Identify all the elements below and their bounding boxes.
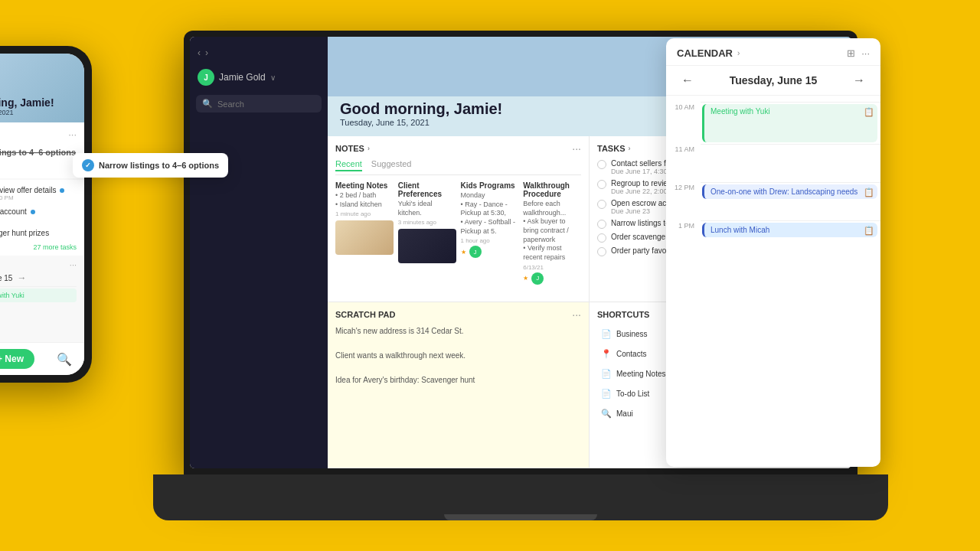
tooltip-check-icon: ✓ (82, 159, 94, 171)
tasks-chevron-icon[interactable]: › (628, 145, 630, 152)
hero-text: Good morning, Jamie! Tuesday, June 15, 2… (340, 100, 502, 127)
phone-cal-time-row: 10 AM Meeting with Yuki (0, 286, 77, 302)
phone-date: Tuesday, June 15, 2021 (0, 109, 54, 116)
sidebar-search[interactable]: 🔍 (196, 95, 322, 112)
scratch-content: Micah's new address is 314 Cedar St. Cli… (335, 325, 581, 386)
phone-task-item[interactable]: Regroup to review offer details Due June… (0, 183, 84, 204)
sidebar: ‹ › J Jamie Gold ∨ 🔍 (190, 37, 328, 468)
time-slot-10am: Meeting with Yuki 📋 (701, 102, 880, 144)
phone-calendar-section: CALENDAR › ··· ← Tuesday, June 15 → 10 A… (0, 256, 84, 305)
calendar-time-row: 11 AM (666, 144, 880, 182)
phone-task-item[interactable]: Order scavenger hunt prizes (0, 226, 84, 242)
search-input[interactable] (217, 99, 315, 109)
task-checkbox[interactable] (597, 200, 606, 209)
phone-hero-text: Good morning, Jamie! Tuesday, June 15, 2… (0, 96, 54, 116)
calendar-event-micah[interactable]: Lunch with Micah 📋 (702, 223, 877, 237)
notes-more-button[interactable]: ··· (572, 142, 581, 155)
nav-back[interactable]: ‹ (198, 47, 201, 58)
note-title: Client Preferences (398, 181, 456, 198)
calendar-title: CALENDAR (677, 47, 733, 59)
user-chevron-icon: ∨ (270, 73, 276, 82)
phone-completed-task: ✓ Narrow listings to 4–6 options 🚩 Due T… (0, 143, 84, 178)
phone: Good morning, Jamie! Tuesday, June 15, 2… (0, 46, 92, 383)
note-card[interactable]: Meeting Notes • 2 bed / bath• Island kit… (335, 181, 394, 285)
shortcuts-title: SHORTCUTS (597, 310, 649, 319)
laptop: ‹ › J Jamie Gold ∨ 🔍 (153, 31, 888, 520)
task-checkbox[interactable] (597, 180, 606, 189)
phone-bottom-bar: ☰ + + New 🔍 (0, 342, 84, 375)
user-name-label: Jamie Gold (219, 72, 266, 83)
task-checkbox[interactable] (597, 220, 606, 229)
laptop-base (153, 474, 888, 520)
task-checkbox[interactable] (597, 160, 606, 169)
scratch-pad-panel: SCRATCH PAD ··· Micah's new address is 3… (328, 302, 590, 468)
hero-greeting: Good morning, Jamie! (340, 100, 502, 118)
calendar-time-row: 1 PM Lunch with Micah 📋 (666, 220, 880, 259)
note-card[interactable]: Walkthrough Procedure Before each walkth… (523, 181, 581, 285)
time-label-12pm: 12 PM (666, 182, 701, 220)
calendar-event-drew[interactable]: One-on-one with Drew: Landscaping needs … (702, 184, 877, 199)
calendar-nav: ← Tuesday, June 15 → (666, 66, 880, 96)
avatar: J (198, 69, 214, 86)
tab-recent[interactable]: Recent (335, 159, 362, 171)
phone-screen: Good morning, Jamie! Tuesday, June 15, 2… (0, 54, 84, 375)
calendar-prev-button[interactable]: ← (677, 72, 698, 89)
phone-hero: Good morning, Jamie! Tuesday, June 15, 2… (0, 54, 84, 122)
note-title: Meeting Notes (335, 181, 394, 190)
calendar-event-meeting-yuki[interactable]: Meeting with Yuki 📋 (702, 104, 877, 142)
time-slot-11am (701, 144, 880, 182)
note-card[interactable]: Kids Programs Monday• Ray - Dance - Pick… (461, 181, 519, 285)
task-checkbox[interactable] (597, 233, 606, 243)
notes-panel-header: NOTES › ··· (335, 142, 581, 155)
phone-tasks-header: TASKS › ··· (0, 122, 84, 143)
event-note-icon: 📋 (864, 226, 874, 236)
notes-panel: NOTES › ··· Recent Suggested (328, 136, 590, 302)
note-title: Walkthrough Procedure (523, 181, 581, 198)
scratch-more-button[interactable]: ··· (572, 308, 581, 321)
phone-greeting: Good morning, Jamie! (0, 96, 54, 109)
phone-task-list: Regroup to review offer details Due June… (0, 180, 84, 256)
phone-calendar-nav: ← Tuesday, June 15 → (0, 272, 77, 283)
notes-title: NOTES › (335, 144, 370, 153)
calendar-icons: ⊞ ··· (847, 47, 870, 59)
note-title: Kids Programs (461, 181, 519, 190)
phone-time-slot: Meeting with Yuki (0, 286, 77, 302)
calendar-more-icon[interactable]: ··· (861, 47, 870, 59)
phone-cal-more-button[interactable]: ··· (70, 260, 77, 269)
calendar-next-button[interactable]: → (848, 72, 870, 89)
phone-calendar-event[interactable]: Meeting with Yuki (0, 289, 77, 302)
event-note-icon: 📋 (864, 187, 874, 197)
calendar-chevron-icon[interactable]: › (737, 49, 740, 57)
note-card[interactable]: Client Preferences Yuki's ideal kitchen.… (398, 181, 456, 285)
sidebar-nav: ‹ › (190, 44, 328, 61)
calendar-body: 10 AM Meeting with Yuki 📋 11 AM 12 PM (666, 96, 880, 467)
notes-chevron-icon[interactable]: › (368, 145, 370, 152)
document-icon: 📄 (600, 328, 612, 340)
search-icon: 🔍 (202, 99, 213, 109)
phone-cal-next-button[interactable]: → (17, 272, 26, 283)
phone-task-item[interactable]: Open escrow account Due June 23 (0, 204, 84, 226)
phone-cal-date: Tuesday, June 15 (0, 274, 12, 282)
phone-more-tasks[interactable]: 27 more tasks (0, 242, 84, 253)
sidebar-user[interactable]: J Jamie Gold ∨ (190, 64, 328, 90)
document-icon: 📄 (600, 367, 612, 380)
new-button[interactable]: + + New (0, 349, 34, 369)
calendar-add-icon[interactable]: ⊞ (847, 47, 855, 59)
phone-tasks-more-button[interactable]: ··· (68, 129, 77, 140)
calendar-header: CALENDAR › ⊞ ··· (666, 38, 880, 66)
task-dot-blue (31, 210, 35, 214)
time-label-1pm: 1 PM (666, 220, 701, 259)
hero-date: Tuesday, June 15, 2021 (340, 118, 502, 127)
search-icon[interactable]: 🔍 (57, 352, 72, 367)
time-slot-12pm: One-on-one with Drew: Landscaping needs … (701, 182, 880, 220)
notes-tabs: Recent Suggested (335, 159, 581, 175)
event-note-icon: 📋 (864, 107, 874, 117)
document-icon: 📄 (600, 387, 612, 399)
tab-suggested[interactable]: Suggested (371, 159, 412, 171)
phone-calendar-header: CALENDAR › ··· (0, 260, 77, 269)
nav-forward[interactable]: › (205, 47, 208, 58)
time-slot-1pm: Lunch with Micah 📋 (701, 220, 880, 259)
task-checkbox[interactable] (597, 247, 606, 256)
time-label-10am: 10 AM (666, 102, 701, 144)
note-thumbnail (335, 220, 394, 255)
